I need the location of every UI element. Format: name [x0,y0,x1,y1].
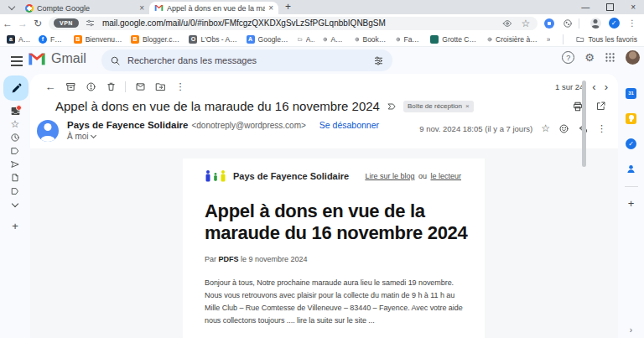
extensions-puzzle-icon[interactable] [561,18,574,29]
open-in-new-icon[interactable] [595,101,606,112]
apps-grid-icon[interactable] [605,52,615,63]
extension-icon-blue[interactable] [543,18,556,29]
tab-compte-google[interactable]: Compte Google × [20,2,149,14]
bookmark-croisiere[interactable]: Croisière à la voile a... [487,35,538,44]
bookmark-facebook[interactable]: fFacebook [39,35,65,44]
bookmark-lobs[interactable]: OL'Obs - Actualités d... [189,35,237,44]
bookmark-star-icon[interactable]: ☆ [519,18,532,29]
calendar-icon[interactable]: 31 [626,87,637,99]
site-icon-teal [430,35,439,44]
tasks-icon[interactable]: ✓ [626,138,637,149]
bookmarks-overflow-icon: » [547,35,551,44]
tab-close-icon[interactable]: × [139,4,144,13]
search-bar[interactable]: Rechercher dans les messages [101,49,392,71]
bookmarks-overflow[interactable]: » [547,35,551,44]
gmail-app: Gmail Rechercher dans les messages ? ⚙ ☆… [0,47,644,338]
label-chip-inbox[interactable]: Boîte de réception× [403,101,474,112]
compose-button[interactable] [3,75,29,101]
help-icon[interactable]: ? [562,51,574,64]
bookmark-blogger[interactable]: BBlogger.com – Crée... [131,35,180,44]
important-tag-icon [10,146,20,156]
sidebar-item-sent[interactable] [0,158,30,171]
sidebar-item-drafts[interactable] [0,171,30,185]
maximize-button[interactable] [606,3,614,11]
minimize-button[interactable]: — [581,3,589,12]
sidebar-item-important[interactable] [0,144,30,158]
sender-avatar[interactable] [37,120,59,142]
tab-gmail-message[interactable]: Appel à dons en vue de la ma... × [149,2,278,14]
browser-menu-icon[interactable]: ⋮ [626,18,639,28]
search-options-icon[interactable] [373,55,384,66]
envelope-icon [135,81,146,92]
mail-view-card: ← ⋮ 1 sur 24 ‹ › Appel à dons en vue de … [30,74,618,338]
contacts-icon[interactable] [626,163,637,174]
reload-button[interactable]: ↻ [30,18,45,29]
site-icon: O [189,35,197,44]
mark-unread-button[interactable] [130,78,150,95]
side-panel: 31 ✓ + › [618,74,644,338]
subject-row: Appel à dons en vue de la maraude du 16 … [30,96,618,113]
bookmark-facebook2[interactable]: Facebook [396,35,423,44]
bookmark-amazon[interactable]: aAmazon [7,35,30,44]
bookmark-all-favorites[interactable]: Tous les favoris [576,35,637,44]
search-placeholder: Rechercher dans les messages [127,55,373,65]
delete-button[interactable] [101,78,121,95]
bookmark-folder-acer[interactable]: Acer [298,35,314,44]
collapse-side-panel-icon[interactable]: › [630,325,632,335]
chevron-down-icon [8,3,15,10]
remove-label-icon[interactable]: × [465,102,470,110]
security-shield-icon[interactable]: ✓ [607,18,621,29]
bookmark-traduction[interactable]: AGoogle Traduction [247,35,290,44]
older-email-button[interactable]: › [605,81,608,92]
email-body-text: Bonjour à tous, Notre prochaine maraude … [205,277,463,327]
profile-avatar[interactable] [589,18,602,29]
sidebar-item-more[interactable] [0,198,30,211]
unsubscribe-link[interactable]: Se désabonner [319,120,379,130]
sidebar-item-labels[interactable] [0,185,30,198]
star-message-icon[interactable]: ☆ [541,122,550,134]
sidebar-item-snoozed[interactable] [0,131,30,144]
bookmark-bienvenue[interactable]: BBienvenue en Pays... [74,35,122,44]
close-button[interactable]: × [631,3,636,12]
bookmark-booking[interactable]: Booking.com [355,35,387,44]
divider [579,18,579,29]
folder-icon [576,35,584,44]
sidebar-add-label-button[interactable]: + [0,219,30,232]
archive-button[interactable] [60,78,80,95]
divider [563,34,564,44]
newer-email-button[interactable]: ‹ [592,81,595,92]
back-to-inbox-button[interactable]: ← [40,78,60,95]
mail-toolbar: ← ⋮ 1 sur 24 ‹ › [30,76,618,96]
document-icon [10,173,20,183]
sidebar-item-starred[interactable]: ☆ [0,117,30,131]
read-on-blog-link[interactable]: Lire sur le blog [365,172,414,180]
move-to-button[interactable] [150,78,170,95]
tab-close-icon[interactable]: × [268,4,273,13]
sidebar-item-inbox[interactable] [0,104,30,117]
report-spam-button[interactable] [80,78,101,95]
importance-marker-icon[interactable] [387,101,397,112]
recipient-row[interactable]: À moi [67,132,419,141]
message-more-icon[interactable]: ⋮ [597,123,606,134]
bookmark-amazon2[interactable]: Amazon [323,35,346,44]
settings-gear-icon[interactable]: ⚙ [584,52,595,63]
site-settings-icon[interactable] [84,18,97,28]
get-addons-button[interactable]: + [628,197,635,210]
translate-icon: A [247,35,255,44]
scrollbar-thumb[interactable] [582,81,586,167]
keep-icon[interactable] [626,112,637,124]
divider [125,81,126,92]
tab-search-button[interactable] [5,2,18,13]
bookmark-grotte[interactable]: Grotte Cosquer Mé... [430,35,479,44]
new-tab-button[interactable]: + [285,1,291,13]
main-menu-icon[interactable] [11,56,23,58]
account-avatar[interactable] [626,50,640,65]
emoji-reaction-icon[interactable] [558,123,569,134]
more-options-icon[interactable]: ⋮ [170,78,190,95]
address-bar[interactable]: VPN mail.google.com/mail/u/0/#inbox/FMfc… [49,17,538,30]
forward-button[interactable]: → [15,18,30,29]
reader-link[interactable]: le lecteur [430,172,461,180]
password-eye-icon[interactable] [501,18,514,29]
vpn-extension-badge[interactable]: VPN [54,18,79,28]
back-button[interactable]: ← [0,18,15,29]
